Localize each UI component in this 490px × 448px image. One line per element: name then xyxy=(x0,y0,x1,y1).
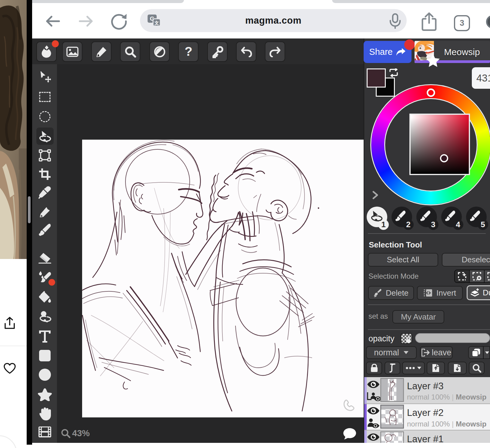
svg-text:?: ? xyxy=(185,45,192,58)
svg-text:43%: 43% xyxy=(72,428,90,438)
